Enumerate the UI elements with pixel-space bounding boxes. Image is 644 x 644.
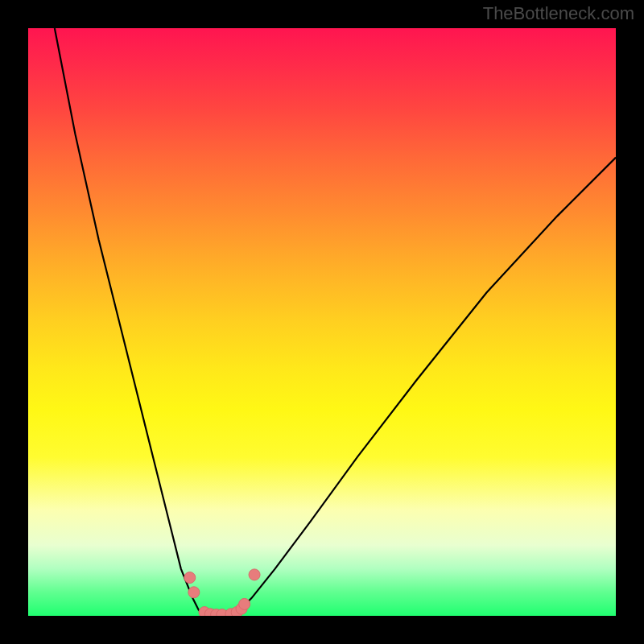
right-ascending-curve (222, 158, 616, 616)
data-marker (239, 598, 250, 609)
chart-container: TheBottleneck.com (0, 0, 644, 644)
watermark-text: TheBottleneck.com (483, 3, 634, 24)
data-marker (188, 587, 200, 598)
left-descending-curve (55, 28, 222, 616)
data-marker (249, 569, 260, 580)
data-markers (184, 569, 260, 616)
curve-overlay (28, 28, 616, 616)
data-marker (184, 572, 196, 584)
